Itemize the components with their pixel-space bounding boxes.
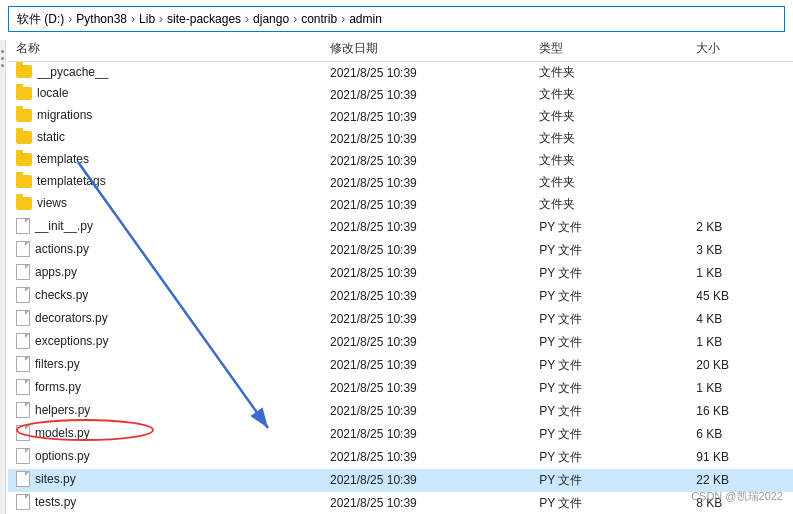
file-type-cell: PY 文件 xyxy=(531,331,688,354)
table-row[interactable]: checks.py2021/8/25 10:39PY 文件45 KB xyxy=(8,285,793,308)
address-segment-drive: 软件 (D:) xyxy=(17,11,64,28)
py-file-icon xyxy=(16,494,30,510)
file-modified-cell: 2021/8/25 10:39 xyxy=(322,62,531,84)
file-modified-cell: 2021/8/25 10:39 xyxy=(322,423,531,446)
table-row[interactable]: forms.py2021/8/25 10:39PY 文件1 KB xyxy=(8,377,793,400)
file-modified-cell: 2021/8/25 10:39 xyxy=(322,354,531,377)
file-modified-cell: 2021/8/25 10:39 xyxy=(322,492,531,513)
address-segment-lib: Lib xyxy=(139,12,155,26)
file-size-cell xyxy=(688,106,793,128)
table-row[interactable]: filters.py2021/8/25 10:39PY 文件20 KB xyxy=(8,354,793,377)
file-size-cell xyxy=(688,172,793,194)
file-type-cell: 文件夹 xyxy=(531,172,688,194)
file-name-cell: migrations xyxy=(8,106,322,128)
table-row[interactable]: tests.py2021/8/25 10:39PY 文件8 KB xyxy=(8,492,793,513)
file-type-cell: PY 文件 xyxy=(531,377,688,400)
table-row[interactable]: helpers.py2021/8/25 10:39PY 文件16 KB xyxy=(8,400,793,423)
py-file-icon xyxy=(16,402,30,418)
file-modified-cell: 2021/8/25 10:39 xyxy=(322,262,531,285)
table-row[interactable]: locale2021/8/25 10:39文件夹 xyxy=(8,84,793,106)
file-name-text: exceptions.py xyxy=(35,334,108,348)
sidebar-dot xyxy=(1,50,4,53)
table-row[interactable]: templates2021/8/25 10:39文件夹 xyxy=(8,150,793,172)
file-modified-cell: 2021/8/25 10:39 xyxy=(322,84,531,106)
file-size-cell: 1 KB xyxy=(688,377,793,400)
column-modified[interactable]: 修改日期 xyxy=(322,36,531,62)
file-modified-cell: 2021/8/25 10:39 xyxy=(322,377,531,400)
file-size-cell: 1 KB xyxy=(688,331,793,354)
file-name-text: checks.py xyxy=(35,288,88,302)
file-size-cell: 6 KB xyxy=(688,423,793,446)
table-row[interactable]: __pycache__2021/8/25 10:39文件夹 xyxy=(8,62,793,84)
file-modified-cell: 2021/8/25 10:39 xyxy=(322,150,531,172)
table-row[interactable]: templatetags2021/8/25 10:39文件夹 xyxy=(8,172,793,194)
file-modified-cell: 2021/8/25 10:39 xyxy=(322,469,531,492)
sidebar-panel xyxy=(0,40,6,514)
py-file-icon xyxy=(16,379,30,395)
file-type-cell: PY 文件 xyxy=(531,216,688,239)
table-row[interactable]: decorators.py2021/8/25 10:39PY 文件4 KB xyxy=(8,308,793,331)
table-row[interactable]: migrations2021/8/25 10:39文件夹 xyxy=(8,106,793,128)
file-size-cell xyxy=(688,194,793,216)
address-segment-python38: Python38 xyxy=(76,12,127,26)
file-modified-cell: 2021/8/25 10:39 xyxy=(322,308,531,331)
file-size-cell: 4 KB xyxy=(688,308,793,331)
file-type-cell: PY 文件 xyxy=(531,469,688,492)
py-file-icon xyxy=(16,356,30,372)
column-size[interactable]: 大小 xyxy=(688,36,793,62)
file-size-cell xyxy=(688,150,793,172)
file-size-cell: 16 KB xyxy=(688,400,793,423)
address-segment-django: django xyxy=(253,12,289,26)
table-row[interactable]: static2021/8/25 10:39文件夹 xyxy=(8,128,793,150)
file-name-cell: __pycache__ xyxy=(8,62,322,84)
table-row[interactable]: __init__.py2021/8/25 10:39PY 文件2 KB xyxy=(8,216,793,239)
file-name-cell: actions.py xyxy=(8,239,322,262)
address-segment-site-packages: site-packages xyxy=(167,12,241,26)
file-type-cell: PY 文件 xyxy=(531,239,688,262)
file-name-text: tests.py xyxy=(35,495,76,509)
column-name[interactable]: 名称 xyxy=(8,36,322,62)
file-type-cell: 文件夹 xyxy=(531,84,688,106)
address-bar[interactable]: 软件 (D:) › Python38 › Lib › site-packages… xyxy=(8,6,785,32)
table-row[interactable]: views2021/8/25 10:39文件夹 xyxy=(8,194,793,216)
file-name-text: forms.py xyxy=(35,380,81,394)
table-row[interactable]: exceptions.py2021/8/25 10:39PY 文件1 KB xyxy=(8,331,793,354)
file-modified-cell: 2021/8/25 10:39 xyxy=(322,106,531,128)
folder-icon xyxy=(16,87,32,100)
file-name-cell: apps.py xyxy=(8,262,322,285)
file-name-text: locale xyxy=(37,86,68,100)
py-file-icon xyxy=(16,333,30,349)
file-name-cell: templates xyxy=(8,150,322,172)
table-row[interactable]: sites.py2021/8/25 10:39PY 文件22 KB xyxy=(8,469,793,492)
py-file-icon xyxy=(16,218,30,234)
file-name-text: migrations xyxy=(37,108,92,122)
py-file-icon xyxy=(16,471,30,487)
file-name-text: sites.py xyxy=(35,472,76,486)
file-modified-cell: 2021/8/25 10:39 xyxy=(322,216,531,239)
table-row[interactable]: apps.py2021/8/25 10:39PY 文件1 KB xyxy=(8,262,793,285)
file-type-cell: PY 文件 xyxy=(531,446,688,469)
column-type[interactable]: 类型 xyxy=(531,36,688,62)
address-segment-admin: admin xyxy=(349,12,382,26)
folder-icon xyxy=(16,175,32,188)
folder-icon xyxy=(16,65,32,78)
file-name-text: decorators.py xyxy=(35,311,108,325)
file-modified-cell: 2021/8/25 10:39 xyxy=(322,239,531,262)
file-name-cell: models.py xyxy=(8,423,322,446)
file-name-cell: __init__.py xyxy=(8,216,322,239)
file-name-cell: exceptions.py xyxy=(8,331,322,354)
py-file-icon xyxy=(16,287,30,303)
file-type-cell: 文件夹 xyxy=(531,194,688,216)
py-file-icon xyxy=(16,241,30,257)
table-row[interactable]: models.py2021/8/25 10:39PY 文件6 KB xyxy=(8,423,793,446)
table-row[interactable]: options.py2021/8/25 10:39PY 文件91 KB xyxy=(8,446,793,469)
file-name-text: templates xyxy=(37,152,89,166)
file-type-cell: 文件夹 xyxy=(531,62,688,84)
file-modified-cell: 2021/8/25 10:39 xyxy=(322,400,531,423)
folder-icon xyxy=(16,109,32,122)
table-row[interactable]: actions.py2021/8/25 10:39PY 文件3 KB xyxy=(8,239,793,262)
file-size-cell xyxy=(688,128,793,150)
folder-icon xyxy=(16,153,32,166)
file-modified-cell: 2021/8/25 10:39 xyxy=(322,128,531,150)
file-name-cell: views xyxy=(8,194,322,216)
